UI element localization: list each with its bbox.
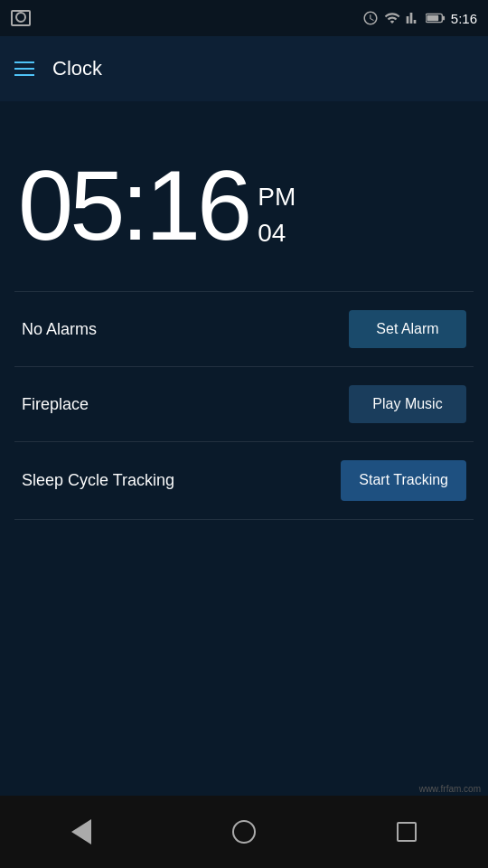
clock-time: 05:16 xyxy=(18,156,249,255)
clock-separator: : xyxy=(121,149,145,260)
alarm-label: No Alarms xyxy=(22,320,97,339)
wifi-icon xyxy=(384,10,400,26)
clock-ampm: PM xyxy=(258,183,296,212)
svg-rect-1 xyxy=(427,15,438,21)
status-time: 5:16 xyxy=(451,11,477,26)
bottom-nav xyxy=(0,796,488,868)
alarm-status-icon xyxy=(362,10,379,26)
start-tracking-button[interactable]: Start Tracking xyxy=(341,460,466,501)
photo-icon xyxy=(11,10,31,26)
recent-icon xyxy=(397,822,417,842)
toolbar: Clock xyxy=(0,36,488,101)
battery-icon xyxy=(426,12,446,24)
back-icon xyxy=(71,819,91,844)
app-title: Clock xyxy=(52,57,102,80)
clock-seconds: 04 xyxy=(258,219,296,248)
hamburger-menu-icon[interactable] xyxy=(14,61,34,76)
music-row: Fireplace Play Music xyxy=(14,366,474,441)
recent-button[interactable] xyxy=(380,805,434,859)
home-button[interactable] xyxy=(217,805,271,859)
set-alarm-button[interactable]: Set Alarm xyxy=(349,310,466,348)
clock-minutes: 16 xyxy=(145,149,249,260)
status-bar-left xyxy=(11,10,31,26)
alarm-row: No Alarms Set Alarm xyxy=(14,291,474,366)
status-bar: 5:16 xyxy=(0,0,488,36)
clock-ampm-seconds: PM 04 xyxy=(258,183,296,248)
status-bar-right: 5:16 xyxy=(362,10,477,26)
clock-hours: 05 xyxy=(18,149,121,260)
svg-rect-2 xyxy=(442,16,445,21)
play-music-button[interactable]: Play Music xyxy=(349,385,466,423)
tracking-label: Sleep Cycle Tracking xyxy=(22,471,174,490)
tracking-row: Sleep Cycle Tracking Start Tracking xyxy=(14,441,474,520)
home-icon xyxy=(232,820,256,844)
back-button[interactable] xyxy=(54,805,108,859)
signal-icon xyxy=(406,10,420,26)
feature-rows: No Alarms Set Alarm Fireplace Play Music… xyxy=(0,291,488,520)
website-footer: www.frfam.com xyxy=(419,784,481,794)
music-label: Fireplace xyxy=(22,395,89,414)
clock-display: 05:16 PM 04 xyxy=(0,101,488,291)
